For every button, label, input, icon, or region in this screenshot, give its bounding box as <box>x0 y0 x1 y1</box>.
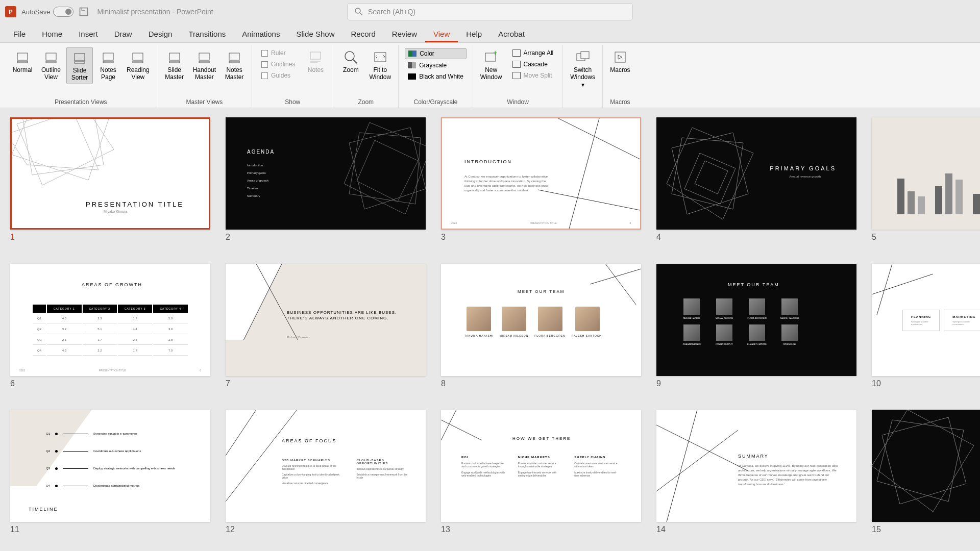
svg-line-57 <box>441 420 482 440</box>
slide-thumbnail-13[interactable]: HOW WE GET THERE ROIEnvision multi-media… <box>441 410 641 522</box>
slide-title: AGENDA <box>247 149 275 155</box>
slide-master-button[interactable]: Slide Master <box>161 47 188 83</box>
svg-marker-43 <box>667 128 753 219</box>
move-split-button: Move Split <box>509 70 557 81</box>
slide-thumbnail-8[interactable]: MEET OUR TEAM TAKUMA HAYASHIMIRJAM NILSS… <box>441 264 641 376</box>
slide-thumbnail-9[interactable]: MEET OUR TEAM TAKUMA HAYASHIMIRJAM NILSS… <box>656 264 856 376</box>
new-window-button[interactable]: +New Window <box>477 47 505 83</box>
guides-checkbox[interactable]: Guides <box>258 70 298 81</box>
slide-thumbnail-4[interactable]: PRIMARY GOALS Annual revenue growth <box>656 117 856 230</box>
slide-thumbnail-5[interactable]: QUARTER <box>872 117 980 230</box>
slide-thumbnail-12[interactable]: AREAS OF FOCUS B2B MARKET SCENARIOSDevel… <box>226 410 426 522</box>
team-grid: TAKUMA HAYASHIMIRJAM NILSSONFLORA BERGGR… <box>464 307 603 337</box>
search-input[interactable]: Search (Alt+Q) <box>347 3 633 20</box>
notes-button[interactable]: Notes <box>302 47 329 76</box>
slide-thumbnail-15[interactable]: THA Miyako Kimura <box>872 410 980 522</box>
gridlines-checkbox[interactable]: Gridlines <box>258 59 298 69</box>
svg-marker-38 <box>357 140 418 202</box>
menu-draw[interactable]: Draw <box>106 26 140 42</box>
menu-insert[interactable]: Insert <box>70 26 106 42</box>
slide-number: 1 <box>10 233 210 242</box>
menu-home[interactable]: Home <box>34 26 70 42</box>
svg-line-51 <box>605 264 636 305</box>
slide-title: MEET OUR TEAM <box>518 289 565 294</box>
menu-acrobat[interactable]: Acrobat <box>490 26 533 42</box>
ruler-checkbox[interactable]: Ruler <box>258 48 298 58</box>
title-bar: P AutoSave Off Minimalist presentation -… <box>0 0 980 23</box>
normal-button[interactable]: Normal <box>9 47 36 76</box>
cascade-button[interactable]: Cascade <box>509 59 557 69</box>
chart <box>897 158 980 214</box>
svg-text:+: + <box>493 50 497 57</box>
group-window: +New Window Arrange All Cascade Move Spl… <box>473 45 563 108</box>
color-button[interactable]: Color <box>405 48 467 59</box>
menu-help[interactable]: Help <box>458 26 490 42</box>
slide-title: AREAS OF FOCUS <box>282 438 337 443</box>
fit-window-button[interactable]: Fit to Window <box>366 47 394 83</box>
svg-marker-47 <box>226 264 282 340</box>
group-zoom: Zoom Fit to Window Zoom <box>333 45 399 108</box>
slide-thumbnail-6[interactable]: AREAS OF GROWTH CATEGORY 1CATEGORY 2CATE… <box>10 264 210 376</box>
group-color-grayscale: Color Grayscale Black and White Color/Gr… <box>399 45 473 108</box>
svg-rect-20 <box>310 52 321 59</box>
slide-subtitle: Miyako Kimura <box>104 210 127 213</box>
menu-view[interactable]: View <box>425 26 458 42</box>
save-icon[interactable] <box>79 7 89 17</box>
arrange-all-button[interactable]: Arrange All <box>509 48 557 58</box>
group-label <box>582 96 583 107</box>
svg-rect-6 <box>46 53 56 60</box>
slide-number: 9 <box>656 379 856 388</box>
menu-file[interactable]: File <box>5 26 34 42</box>
slide-title: SUMMARY <box>738 454 769 459</box>
menu-slide show[interactable]: Slide Show <box>288 26 342 42</box>
group-label: Macros <box>610 96 630 107</box>
svg-rect-8 <box>75 54 85 61</box>
menu-transitions[interactable]: Transitions <box>180 26 234 42</box>
notes-page-button[interactable]: Notes Page <box>95 47 121 83</box>
menu-record[interactable]: Record <box>342 26 383 42</box>
menu-review[interactable]: Review <box>384 26 425 42</box>
svg-line-53 <box>877 264 892 315</box>
reading-view-button[interactable]: Reading View <box>124 47 153 83</box>
svg-line-3 <box>360 13 362 15</box>
autosave-toggle[interactable]: AutoSave Off <box>21 7 74 17</box>
svg-point-2 <box>355 8 360 13</box>
svg-marker-54 <box>10 410 92 486</box>
svg-marker-45 <box>684 153 736 204</box>
black-and-white-button[interactable]: Black and White <box>405 71 467 82</box>
menu-animations[interactable]: Animations <box>234 26 288 42</box>
group-switch-windows: Switch Windows ▾ <box>563 45 603 108</box>
macros-button[interactable]: Macros <box>607 47 633 76</box>
outline-view-button[interactable]: Outline View <box>38 47 64 83</box>
svg-marker-62 <box>877 420 964 502</box>
slide-sorter-button[interactable]: Slide Sorter <box>66 47 93 84</box>
group-label: Master Views <box>186 96 223 107</box>
slide-thumbnail-11[interactable]: TIMELINE Q1Synergize scalable e-commerce… <box>10 410 210 522</box>
slide-number: 7 <box>226 379 426 388</box>
toggle-switch[interactable]: Off <box>53 7 74 17</box>
svg-marker-34 <box>10 117 99 170</box>
svg-line-61 <box>656 430 738 491</box>
notes-master-button[interactable]: Notes Master <box>221 47 248 83</box>
search-icon <box>355 8 363 16</box>
slide-thumbnail-1[interactable]: PRESENTATION TITLE Miyako Kimura <box>10 117 210 230</box>
zoom-button[interactable]: Zoom <box>337 47 364 76</box>
svg-rect-12 <box>133 53 143 60</box>
group-label: Color/Grayscale <box>413 96 457 107</box>
menu-design[interactable]: Design <box>140 26 181 42</box>
powerpoint-icon: P <box>5 6 16 17</box>
switch-windows-button[interactable]: Switch Windows ▾ <box>567 47 598 90</box>
svg-marker-31 <box>22 117 104 175</box>
slide-thumbnail-3[interactable]: INTRODUCTION At Contoso, we empower orga… <box>441 117 641 230</box>
svg-rect-0 <box>80 8 88 16</box>
slide-thumbnail-10[interactable]: PLAN FOR PLANNINGSynergize scalablee-com… <box>872 264 980 376</box>
slide-thumbnail-14[interactable]: SUMMARY At Contoso, we believe in giving… <box>656 410 856 522</box>
slide-sorter-area[interactable]: PRESENTATION TITLE Miyako Kimura 1 AGEND… <box>0 108 980 551</box>
svg-line-40 <box>569 118 599 230</box>
grayscale-button[interactable]: Grayscale <box>405 60 467 70</box>
group-label: Presentation Views <box>55 96 107 107</box>
slide-thumbnail-2[interactable]: AGENDA IntroductionPrimary goalsAreas of… <box>226 117 426 230</box>
slide-thumbnail-7[interactable]: BUSINESS OPPORTUNITIES ARE LIKE BUSES. T… <box>226 264 426 376</box>
slide-number: 3 <box>441 233 641 242</box>
handout-master-button[interactable]: Handout Master <box>190 47 219 83</box>
